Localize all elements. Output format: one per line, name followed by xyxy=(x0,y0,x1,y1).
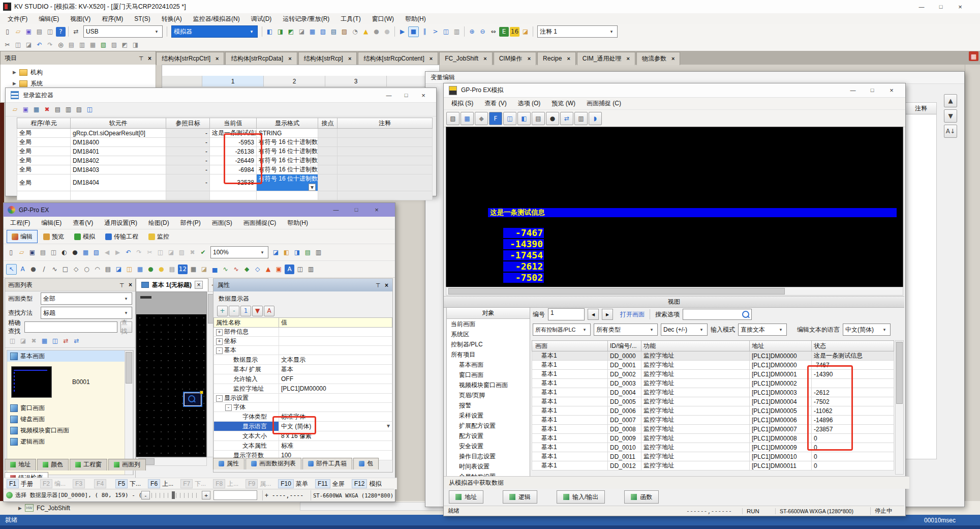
function-key[interactable]: F1手册 xyxy=(7,479,33,488)
document-tab[interactable]: CIM_通用处理× xyxy=(577,52,635,65)
login-monitor-titlebar[interactable]: 登录监控器 — □ × xyxy=(6,88,436,103)
numeric-12-icon[interactable]: 12 xyxy=(178,264,188,274)
function-key[interactable]: F10菜单 xyxy=(278,479,308,488)
menu-item[interactable]: 画面捕捉(C) xyxy=(238,217,282,229)
object-child-item[interactable]: 扩展配方设置 xyxy=(447,421,530,431)
save-icon[interactable]: ▣ xyxy=(24,27,34,37)
editor-monitor-icon[interactable]: ▧ xyxy=(318,27,328,37)
undo-icon[interactable]: ↶ xyxy=(124,248,133,257)
duplicate-screen-icon[interactable]: ▧ xyxy=(91,248,101,257)
move-down-icon[interactable]: ▼ xyxy=(944,109,957,123)
comm-settings-icon[interactable]: ⇄ xyxy=(71,27,81,37)
search-method-combo[interactable]: 标题 xyxy=(41,307,132,319)
undo-icon[interactable]: ↶ xyxy=(35,40,44,50)
text-tool-icon[interactable]: A xyxy=(18,264,27,274)
dock-tab[interactable]: 画面列 xyxy=(108,459,146,471)
stop-icon[interactable]: ■ xyxy=(408,26,419,37)
object-item[interactable]: 所有项目 xyxy=(447,349,530,360)
view-switch-button[interactable]: 输入/输出 xyxy=(557,490,605,504)
unit-edit-icon[interactable]: ◨ xyxy=(131,40,140,50)
pin-icon[interactable]: ⊥ xyxy=(376,282,381,288)
screen-thumbnail-item[interactable]: B0001 xyxy=(7,362,133,402)
type-filter-combo[interactable]: 所有类型 xyxy=(594,324,658,336)
property-row[interactable]: -基本 xyxy=(214,346,392,355)
line-tool-icon[interactable]: / xyxy=(39,264,49,274)
address-row[interactable]: 基本1 DD_0003 监控字地址 [PLC1]DM00002 xyxy=(532,379,894,388)
close-tab-icon[interactable]: × xyxy=(483,55,486,62)
delete-icon[interactable]: ✖ xyxy=(188,248,197,257)
insert-col-icon[interactable]: ▤ xyxy=(53,105,63,114)
menu-item[interactable]: 预览 (W) xyxy=(546,98,581,109)
transfer-project-icon[interactable]: ◧ xyxy=(282,248,291,257)
zoom-out-icon[interactable]: ⊖ xyxy=(478,27,487,37)
simulator-titlebar[interactable]: GP-Pro EX模拟 — □ × xyxy=(444,83,905,98)
document-tab[interactable]: 结构体[strRcpContent]× xyxy=(358,52,438,65)
close-tab-icon[interactable]: × xyxy=(195,281,203,289)
minimize-button[interactable]: — xyxy=(912,1,931,12)
help-icon[interactable]: ? xyxy=(56,27,66,37)
object-panel-header[interactable]: 对象 xyxy=(447,308,530,319)
device-row[interactable]: 全局 DM18403 - -6984 有符号 16 位十进制数 xyxy=(17,165,433,174)
dot-tool-icon[interactable]: ● xyxy=(28,264,38,274)
grid-icon[interactable]: ▦ xyxy=(88,40,98,50)
address-row[interactable]: 基本1 DD_0004 监控字地址 [PLC1]DM00003 -2612 xyxy=(532,388,894,397)
timer-icon[interactable]: ▥ xyxy=(452,27,462,37)
property-row[interactable]: 基本/ 扩展 基本 xyxy=(214,365,392,374)
address-row[interactable]: 基本1 DD_0011 监控字地址 [PLC1]DM00010 0 xyxy=(532,452,894,461)
minimize-button[interactable]: — xyxy=(326,204,346,215)
print-icon[interactable]: ▤ xyxy=(38,248,48,257)
menu-item[interactable]: 监控器/模拟器(N) xyxy=(188,13,246,25)
rect-tool-icon[interactable]: □ xyxy=(60,264,70,274)
menu-item[interactable]: 模拟 (S) xyxy=(446,98,479,109)
menu-item[interactable]: 编辑(E) xyxy=(36,217,67,229)
close-button[interactable]: × xyxy=(415,90,432,101)
error-check-icon[interactable]: ✔ xyxy=(198,248,208,257)
project-tree-item[interactable]: ▶ 机构 xyxy=(1,67,156,78)
copy-screen-icon[interactable]: ◫ xyxy=(8,336,17,346)
list-icon[interactable]: ▥ xyxy=(77,40,87,50)
new-screen-icon[interactable]: ▦ xyxy=(81,248,90,257)
property-row[interactable]: +坐标 xyxy=(214,337,392,346)
document-tab[interactable]: 结构体[strRcpCtrl]× xyxy=(156,52,224,65)
format-combo[interactable]: Dec (+/-) xyxy=(661,324,708,336)
unit-icon[interactable]: ▨ xyxy=(74,105,84,114)
fit-width-icon[interactable]: ⇔ xyxy=(488,27,498,37)
close-icon[interactable]: × xyxy=(144,55,156,62)
close-tab-icon[interactable]: × xyxy=(671,55,675,62)
document-tab[interactable]: FC_JobShift× xyxy=(439,52,492,65)
trend-graph-icon[interactable]: ∿ xyxy=(231,264,241,274)
convert-red-icon[interactable]: ⇄ xyxy=(61,336,71,346)
switch-part-icon[interactable]: ● xyxy=(146,264,156,274)
io-icon[interactable]: ◩ xyxy=(120,40,130,50)
close-tab-icon[interactable]: × xyxy=(288,55,291,62)
keypad2-icon[interactable]: ◪ xyxy=(199,264,209,274)
property-row[interactable]: 文本大小 8 x 16 像素 xyxy=(214,431,392,441)
duplicate-icon[interactable]: ▨ xyxy=(177,248,187,257)
device-row[interactable]: 全局 DM18404 - -32538 有符号 16 位十进制数 xyxy=(17,174,433,191)
record2-icon[interactable]: ● xyxy=(382,27,392,37)
next-screen-icon[interactable]: ▶ xyxy=(113,248,122,257)
zoom-level-combo[interactable]: 100% xyxy=(210,246,268,258)
package-icon[interactable]: ◐ xyxy=(59,248,69,257)
open-folder-icon[interactable]: ▱ xyxy=(10,105,20,114)
screen-group-logic[interactable]: 逻辑画面 xyxy=(7,436,133,447)
menu-item[interactable]: 窗口(W) xyxy=(366,13,400,25)
table-tool-icon[interactable]: ▦ xyxy=(135,264,145,274)
filter-abc-icon[interactable]: A xyxy=(264,306,274,316)
print-preview-icon[interactable]: ◫ xyxy=(45,27,55,37)
exact-search-input[interactable] xyxy=(24,321,117,333)
device-row[interactable]: 全局 DM18402 - -26449 有符号 16 位十进制数 xyxy=(17,156,433,165)
close-tab-icon[interactable]: × xyxy=(627,55,630,62)
property-row[interactable]: 允许输入 OFF xyxy=(214,374,392,384)
dock-tab[interactable]: 颜色 xyxy=(37,459,69,471)
address-row[interactable]: 基本1 DD_0006 监控字地址 [PLC1]DM00005 -11062 xyxy=(532,406,894,416)
device-row[interactable]: 全局 gRcp.Ctrl.siOpearResult[0] - 这是一条测试信息… xyxy=(17,129,433,138)
object-child-item[interactable]: 操作日志设置 xyxy=(447,451,530,461)
mode-button[interactable]: 传输工程 xyxy=(101,230,143,243)
write-plc-icon[interactable]: ◩ xyxy=(286,27,296,37)
close-button[interactable]: × xyxy=(951,1,970,12)
pin-icon[interactable]: ⊥ xyxy=(139,55,144,62)
hmi-screen[interactable]: 这是一条测试信息 -7467-14390-17454-2612-7502 xyxy=(446,127,903,287)
zoom-in-button[interactable]: + xyxy=(202,491,210,499)
close-button[interactable]: × xyxy=(366,204,387,215)
